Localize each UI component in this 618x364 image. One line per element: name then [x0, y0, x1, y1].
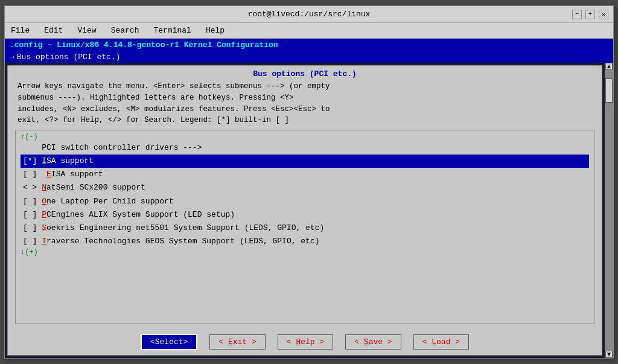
list-item[interactable]: [ ] EISA support	[21, 168, 589, 181]
menu-list: PCI switch controller drivers ---> [*] I…	[16, 141, 594, 248]
save-button[interactable]: < Save >	[345, 334, 401, 350]
menu-container: ↑(-) PCI switch controller drivers ---> …	[15, 130, 594, 324]
menu-file[interactable]: File	[7, 25, 33, 36]
dialog-title: Bus options (PCI etc.)	[8, 66, 602, 81]
scroll-down-arrow[interactable]: ▼	[605, 351, 613, 358]
hotkey-o: O	[42, 197, 46, 206]
help-line-1: Arrow keys navigate the menu. <Enter> se…	[18, 81, 592, 92]
scroll-up-arrow[interactable]: ▲	[605, 63, 613, 70]
close-button[interactable]: ✕	[599, 10, 608, 19]
minimize-button[interactable]: −	[572, 10, 582, 19]
exit-button[interactable]: < Exit >	[209, 334, 265, 350]
menu-help[interactable]: Help	[202, 25, 228, 36]
scrollbar-thumb[interactable]	[605, 78, 613, 103]
titlebar: root@livecd:/usr/src/linux − + ✕	[5, 6, 613, 23]
menubar: File Edit View Search Terminal Help	[5, 23, 613, 39]
help-text: Arrow keys navigate the menu. <Enter> se…	[8, 81, 602, 126]
menu-edit[interactable]: Edit	[40, 25, 66, 36]
load-button[interactable]: < Load >	[413, 334, 469, 350]
help-line-3: includes, <N> excludes, <M> modularizes …	[18, 104, 592, 115]
window-controls: − + ✕	[572, 10, 608, 19]
hotkey-p: P	[42, 210, 46, 219]
hotkey-n: N	[42, 183, 46, 192]
help-button[interactable]: < Help >	[278, 334, 333, 350]
config-header: .config - Linux/x86 4.14.8-gentoo-r1 Ker…	[5, 39, 613, 51]
hotkey-e: E	[46, 170, 51, 179]
list-item[interactable]: PCI switch controller drivers --->	[21, 141, 589, 155]
scroll-down-indicator: ↓(+)	[16, 248, 594, 257]
hotkey-load: L	[432, 337, 436, 346]
dialog-wrapper: Bus options (PCI etc.) Arrow keys naviga…	[5, 63, 613, 358]
list-item[interactable]: [ ] Soekris Engineering net5501 System S…	[21, 222, 589, 235]
list-item[interactable]: < > NatSemi SCx200 support	[21, 181, 589, 194]
hotkey-s: S	[42, 223, 46, 232]
menu-terminal[interactable]: Terminal	[150, 25, 194, 36]
help-line-2: submenus ----). Highlighted letters are …	[18, 92, 592, 104]
list-item[interactable]: [ ] Traverse Technologies GEOS System Su…	[21, 235, 589, 248]
select-button[interactable]: <Select>	[141, 334, 197, 350]
hotkey-i: I	[42, 156, 46, 165]
list-item[interactable]: [*] ISA support	[21, 155, 589, 168]
menu-view[interactable]: View	[74, 25, 100, 36]
hotkey-exit: E	[228, 337, 233, 346]
list-item[interactable]: [ ] PCEngines ALIX System Support (LED s…	[21, 208, 589, 222]
hotkey-save: S	[364, 337, 369, 346]
breadcrumb-bar: → Bus options (PCI etc.)	[5, 51, 613, 63]
breadcrumb: Bus options (PCI etc.)	[17, 53, 121, 62]
scrollbar[interactable]: ▲ ▼	[605, 63, 613, 358]
terminal-area: .config - Linux/x86 4.14.8-gentoo-r1 Ker…	[5, 39, 613, 358]
help-line-4: exit, <?> for Help, </> for Search. Lege…	[18, 115, 592, 126]
hotkey-t: T	[42, 237, 46, 246]
scroll-up-indicator: ↑(-)	[16, 133, 594, 141]
list-item[interactable]: [ ] One Laptop Per Child support	[21, 195, 589, 208]
window-title: root@livecd:/usr/src/linux	[46, 10, 572, 19]
dialog-box: Bus options (PCI etc.) Arrow keys naviga…	[7, 65, 602, 356]
action-buttons: <Select> < Exit > < Help > < Save > < Lo…	[8, 328, 602, 355]
maximize-button[interactable]: +	[585, 10, 595, 19]
main-window: root@livecd:/usr/src/linux − + ✕ File Ed…	[4, 5, 614, 359]
breadcrumb-arrow: →	[10, 53, 14, 62]
hotkey-help: H	[296, 337, 301, 346]
menu-search[interactable]: Search	[107, 25, 143, 36]
